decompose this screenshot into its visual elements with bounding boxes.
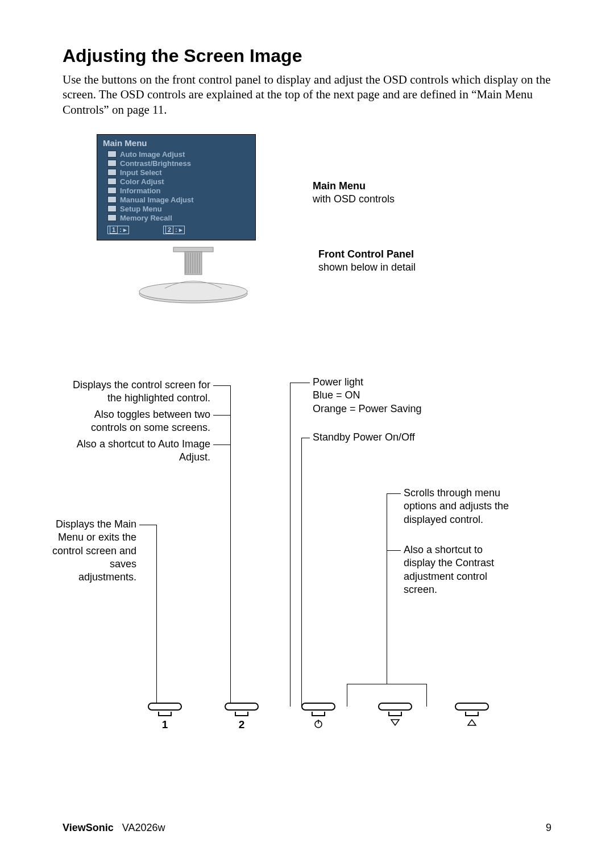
osd-item: Color Adjust	[120, 177, 164, 186]
figure-front-panel-detail: Displays the control screen for the high…	[63, 379, 551, 765]
desc-scroll-adjust: Scrolls through menu options and adjusts…	[404, 487, 512, 526]
desc-standby-power: Standby Power On/Off	[313, 431, 426, 444]
svg-marker-14	[468, 720, 476, 725]
front-panel-buttons: 1 2	[148, 703, 489, 731]
svg-point-10	[139, 283, 247, 301]
color-icon	[107, 178, 117, 185]
power-icon	[301, 719, 335, 731]
osd-item: Setup Menu	[120, 205, 162, 213]
info-icon	[107, 187, 117, 194]
page-title: Adjusting the Screen Image	[63, 45, 551, 67]
contrast-icon	[107, 160, 117, 167]
footer-brand: ViewSonic	[63, 822, 114, 833]
intro-paragraph: Use the buttons on the front control pan…	[63, 72, 551, 117]
osd-menu-title: Main Menu	[103, 138, 250, 148]
svg-marker-13	[391, 720, 399, 725]
page-footer: ViewSonic VA2026w 9	[63, 822, 551, 834]
desc-control-screen: Displays the control screen for the high…	[63, 379, 210, 405]
footer-model: VA2026w	[122, 822, 165, 833]
osd-item: Memory Recall	[120, 214, 172, 222]
osd-item: Contrast/Brightness	[120, 159, 191, 168]
osd-hint-2: 2 : ▸	[163, 226, 185, 234]
button-1: 1	[148, 703, 182, 731]
desc-contrast-shortcut: Also a shortcut to display the Contrast …	[404, 543, 512, 597]
osd-item: Information	[120, 186, 161, 195]
svg-rect-0	[173, 247, 213, 252]
input-icon	[107, 169, 117, 176]
recall-icon	[107, 214, 117, 221]
desc-shortcut-auto: Also a shortcut to Auto Image Adjust.	[63, 438, 210, 464]
setup-icon	[107, 205, 117, 212]
callout-main-menu: Main Menu with OSD controls	[313, 180, 395, 206]
callout-front-panel: Front Control Panel shown below in detai…	[318, 248, 416, 275]
osd-item: Input Select	[120, 168, 162, 177]
desc-toggle-controls: Also toggles between two controls on som…	[63, 408, 210, 435]
monitor-illustration	[80, 243, 307, 305]
button-power	[301, 703, 335, 731]
osd-item: Manual Image Adjust	[120, 196, 194, 204]
figure-monitor-osd: Main Menu Auto Image Adjust Contrast/Bri…	[63, 134, 551, 333]
desc-power-light: Power light Blue = ON Orange = Power Sav…	[313, 376, 455, 416]
button-up	[455, 703, 489, 731]
button-down	[378, 703, 412, 731]
adjust-icon	[107, 151, 117, 157]
osd-item: Auto Image Adjust	[120, 150, 185, 159]
footer-page-number: 9	[546, 822, 551, 834]
osd-menu: Main Menu Auto Image Adjust Contrast/Bri…	[97, 134, 256, 240]
triangle-down-icon	[378, 719, 412, 731]
button-2: 2	[225, 703, 259, 731]
triangle-up-icon	[455, 719, 489, 731]
osd-hint-1: 1 : ▸	[107, 226, 129, 234]
manual-icon	[107, 196, 117, 203]
desc-main-menu-exit: Displays the Main Menu or exits the cont…	[51, 518, 136, 584]
